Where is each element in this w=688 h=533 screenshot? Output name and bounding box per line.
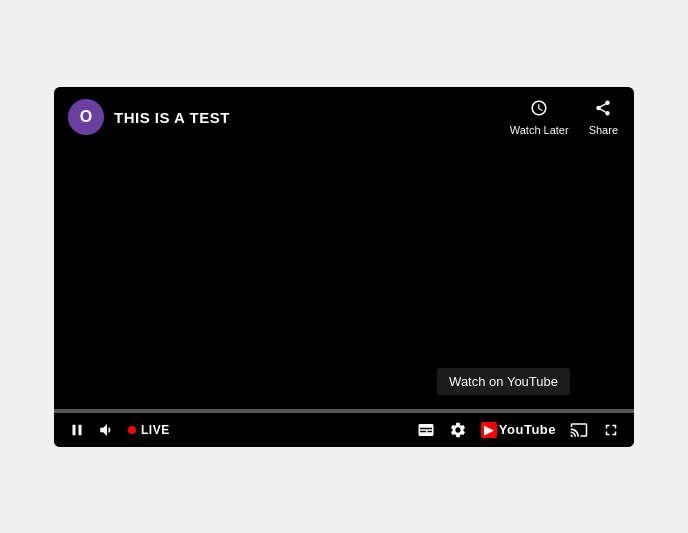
youtube-logo[interactable]: ▶YouTube <box>481 422 556 437</box>
play-pause-button[interactable] <box>68 421 86 439</box>
settings-icon <box>449 421 467 439</box>
top-bar: O THIS IS A TEST Watch Later Sha <box>54 87 634 146</box>
volume-button[interactable] <box>98 421 116 439</box>
video-title: THIS IS A TEST <box>114 109 230 126</box>
watch-later-label: Watch Later <box>510 124 569 136</box>
controls-left: LIVE <box>68 421 170 439</box>
cast-icon <box>570 421 588 439</box>
channel-avatar[interactable]: O <box>68 99 104 135</box>
share-icon <box>594 99 612 120</box>
video-area[interactable]: Watch on YouTube <box>54 146 634 409</box>
share-label: Share <box>589 124 618 136</box>
channel-info: O THIS IS A TEST <box>68 99 230 135</box>
video-player: O THIS IS A TEST Watch Later Sha <box>54 87 634 447</box>
fullscreen-icon <box>602 421 620 439</box>
controls-bar: LIVE ▶YouTube <box>54 413 634 447</box>
cast-button[interactable] <box>570 421 588 439</box>
live-dot <box>128 426 136 434</box>
watch-on-youtube-tooltip[interactable]: Watch on YouTube <box>437 368 570 395</box>
subtitles-icon <box>417 421 435 439</box>
pause-icon <box>68 421 86 439</box>
live-badge: LIVE <box>128 423 170 437</box>
settings-button[interactable] <box>449 421 467 439</box>
top-actions: Watch Later Share <box>510 99 618 136</box>
clock-icon <box>530 99 548 120</box>
fullscreen-button[interactable] <box>602 421 620 439</box>
volume-icon <box>98 421 116 439</box>
subtitles-button[interactable] <box>417 421 435 439</box>
controls-right: ▶YouTube <box>417 421 620 439</box>
share-button[interactable]: Share <box>589 99 618 136</box>
live-label: LIVE <box>141 423 170 437</box>
progress-bar[interactable] <box>54 409 634 413</box>
watch-later-button[interactable]: Watch Later <box>510 99 569 136</box>
